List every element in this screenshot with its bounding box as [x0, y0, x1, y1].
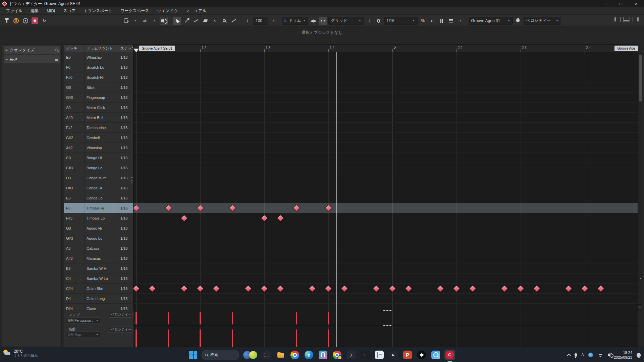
audition-icon[interactable]	[160, 17, 168, 25]
drum-row-G0[interactable]: G0Stick1/16	[64, 82, 133, 93]
record-in-editor-button[interactable]	[31, 17, 39, 25]
phone-link-icon[interactable]	[318, 350, 328, 360]
menu-item-3[interactable]: スコア	[59, 7, 79, 15]
drum-row-C4[interactable]: C4Samba W Lo1/16	[64, 274, 133, 284]
drum-row-F#3[interactable]: F#3Timbale Lo1/16	[64, 213, 133, 223]
menu-item-5[interactable]: ワークスペース	[116, 7, 153, 15]
drum-row-D#3[interactable]: D#3Conga Hi1/16	[64, 183, 133, 193]
eraser-tool[interactable]	[201, 17, 209, 25]
menu-item-2[interactable]: MIDI	[43, 7, 59, 15]
midi-input-button[interactable]: ↻	[40, 17, 48, 25]
drum-row-E3[interactable]: E3Conga Lo1/16	[64, 193, 133, 203]
part-start-tag[interactable]: Groove Agent SE 01	[139, 46, 175, 51]
velocity-bar[interactable]	[168, 312, 169, 324]
length-quantize-field[interactable]: L ドラム▼	[282, 17, 308, 25]
right-zone-toggle-icon[interactable]	[633, 17, 639, 22]
velocity-lane-1[interactable]	[133, 310, 638, 325]
velocity-bar[interactable]	[296, 329, 297, 347]
map-select[interactable]: GM Percussion .▼	[66, 317, 100, 324]
velocity-bar[interactable]	[232, 329, 233, 347]
menu-item-0[interactable]: ファイル	[2, 7, 26, 15]
cubase-icon[interactable]	[444, 350, 455, 360]
velocity-lane-2[interactable]	[133, 325, 638, 347]
drum-row-A#3[interactable]: A#3Maracas1/16	[64, 253, 133, 263]
drum-row-G#3[interactable]: G#3Agogo Lo1/16	[64, 233, 133, 243]
notification-bell-icon[interactable]	[637, 353, 641, 357]
bluetooth-icon[interactable]	[588, 353, 593, 357]
edge-icon[interactable]	[304, 350, 314, 360]
drum-row-B3[interactable]: B3Samba W Hi1/16	[64, 263, 133, 274]
line-tool[interactable]	[229, 17, 237, 25]
insert-velocity-caret[interactable]: ▼	[270, 17, 278, 25]
drumstick-tool[interactable]	[182, 17, 191, 25]
drum-row-D#4[interactable]: D#4Clave1/16	[64, 304, 133, 310]
drum-row-C3[interactable]: C3Bongo Hi1/16	[64, 153, 133, 163]
window-icon[interactable]	[261, 350, 272, 360]
menu-item-4[interactable]: トランスポート	[79, 7, 116, 15]
velocity-bar[interactable]	[296, 312, 297, 324]
autoscroll-button[interactable]	[122, 17, 130, 25]
velocity-bar[interactable]	[136, 329, 137, 347]
weather-widget[interactable]: 28°C くもりのち晴れ	[3, 349, 38, 358]
controller-lane-select-2[interactable]: ベロシティー	[109, 326, 132, 333]
part-end-tag[interactable]: Groove Age	[614, 46, 638, 51]
velocity-spinner-icon[interactable]: ▲▼	[244, 17, 252, 25]
controller-lane-select-1[interactable]: ベロシティー	[109, 311, 132, 318]
quantize-preset-field[interactable]: 1/16▼	[384, 17, 418, 25]
lane-resize-handle[interactable]	[383, 310, 391, 311]
velocity-bar[interactable]	[232, 312, 233, 324]
drum-row-D4[interactable]: D4Guiro Long1/16	[64, 294, 133, 304]
note-grid[interactable]: Groove Agent SE 01 Groove Age 1.21.31.42…	[133, 44, 638, 347]
search-input[interactable]: 検索	[202, 350, 239, 360]
inspector-section-1[interactable]: ▶長さ	[4, 55, 60, 63]
wifi-icon[interactable]	[597, 353, 603, 357]
chrome2-icon[interactable]	[332, 350, 342, 360]
close-button[interactable]: ✕	[629, 0, 644, 7]
drum-row-G#2[interactable]: G#2Cowbell1/16	[64, 133, 133, 143]
magnifier-icon[interactable]	[55, 49, 58, 51]
menu-item-1[interactable]: 編集	[26, 7, 43, 15]
copilot-icon[interactable]	[249, 351, 257, 359]
minimize-button[interactable]: —	[598, 0, 613, 7]
drum-row-G3[interactable]: G3Agogo Hi1/16	[64, 223, 133, 233]
note-length-display-button[interactable]: ◀▶	[310, 17, 318, 25]
velocity-bar[interactable]	[328, 312, 329, 324]
mute-tool[interactable]: ×	[211, 17, 219, 25]
iterative-quantize-button[interactable]: %	[419, 17, 427, 25]
drum-row-C#3[interactable]: C#3Bongo Lo1/16	[64, 163, 133, 173]
start-button[interactable]	[189, 351, 198, 359]
column-drumsound[interactable]: ドラムサウンド	[85, 45, 118, 52]
chatgpt-icon[interactable]	[416, 350, 427, 360]
drum-row-A3[interactable]: A3Cabasa1/16	[64, 243, 133, 253]
event-colors-caret[interactable]: ▼	[457, 17, 465, 25]
snap-type-field[interactable]: グリッド▼	[328, 17, 364, 25]
event-colors-icon[interactable]	[447, 17, 455, 25]
relative-snap-icon[interactable]: -|-	[365, 17, 373, 25]
terminal-icon[interactable]	[360, 350, 371, 360]
solo-editor-button[interactable]: S	[12, 17, 20, 25]
timeline-ruler[interactable]: Groove Agent SE 01 Groove Age 1.21.31.42…	[133, 45, 638, 52]
autoscroll-caret[interactable]: ▼	[131, 17, 140, 25]
snap-toggle-icon[interactable]	[319, 17, 327, 25]
drum-map-field[interactable]: Groove Agen.01▼	[469, 17, 513, 25]
column-snap[interactable]: スナップ	[118, 45, 133, 52]
lower-zone-toggle-icon[interactable]	[623, 17, 630, 22]
drum-row-A0[interactable]: A0Metrn Click1/16	[64, 103, 133, 113]
drum-row-A#0[interactable]: A#0Metrn Bell1/16	[64, 113, 133, 123]
photos-icon[interactable]	[430, 350, 441, 360]
drum-row-F#2[interactable]: F#2Tambourine1/16	[64, 123, 133, 133]
acoustic-feedback-button[interactable]: ●	[21, 17, 30, 25]
part-edit-mode-button[interactable]: ⇄	[141, 17, 149, 25]
zoom-plus-button[interactable]: +	[638, 304, 642, 309]
note-display-area[interactable]	[133, 52, 638, 310]
drum-row-A#2[interactable]: A#2Vibraslap1/16	[64, 143, 133, 153]
scroll-down-icon[interactable]: ▼	[638, 277, 642, 280]
drum-row-G#0[interactable]: G#0Fingersnap1/16	[64, 93, 133, 103]
columns-icon[interactable]	[438, 17, 446, 25]
lane-resize-handle[interactable]	[383, 325, 391, 326]
list-icon[interactable]	[55, 58, 58, 61]
velocity-bar[interactable]	[200, 312, 201, 324]
part-edit-caret[interactable]: ▼	[150, 17, 158, 25]
volume-icon[interactable]	[608, 354, 609, 356]
chrome-icon[interactable]	[289, 350, 300, 360]
